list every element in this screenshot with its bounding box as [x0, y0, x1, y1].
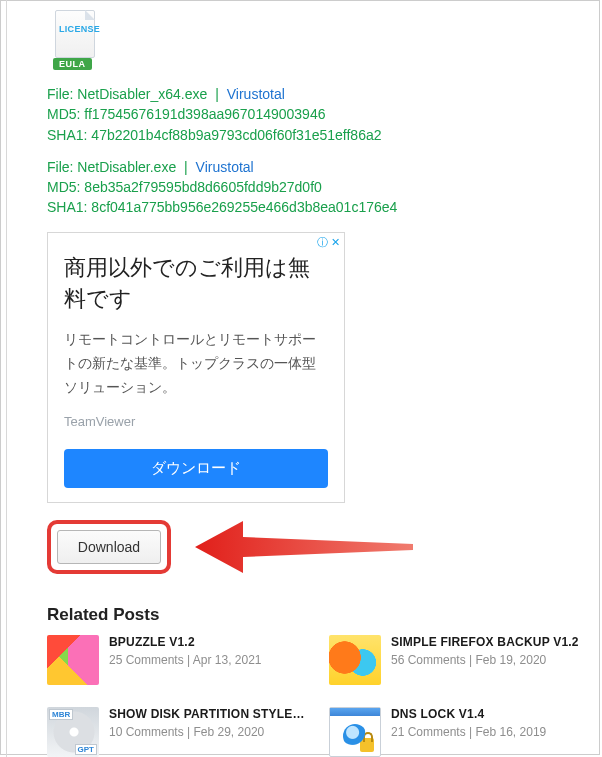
file-info-block: File: NetDisabler.exe | Virustotal MD5: … — [47, 157, 602, 218]
meta-sep: | — [184, 725, 194, 739]
sha1-value: 47b2201b4cf88b9a9793cd06f60f31e51eff86a2 — [91, 127, 381, 143]
ad-body: リモートコントロールとリモートサポートの新たな基準。トップクラスの一体型ソリュー… — [64, 328, 328, 399]
post-title: SIMPLE FIREFOX BACKUP V1.2 — [391, 635, 587, 649]
file-label: File: — [47, 86, 73, 102]
file-fold-icon — [85, 10, 95, 20]
post-thumbnail-icon — [329, 635, 381, 685]
pointer-arrow-icon — [195, 517, 415, 577]
post-title: SHOW DISK PARTITION STYLE V1.1 — [109, 707, 305, 721]
eula-badge: EULA — [53, 58, 92, 70]
virustotal-link[interactable]: Virustotal — [227, 86, 285, 102]
file-name: NetDisabler.exe — [77, 159, 176, 175]
virustotal-link[interactable]: Virustotal — [196, 159, 254, 175]
ad-headline: 商用以外でのご利用は無料です — [64, 253, 328, 315]
post-meta: 56 Comments | Feb 19, 2020 — [391, 653, 587, 667]
post-comments: 56 Comments — [391, 653, 466, 667]
sha1-value: 8cf041a775bb956e269255e466d3b8ea01c176e4 — [91, 199, 397, 215]
related-posts-heading: Related Posts — [47, 605, 602, 625]
md5-label: MD5: — [47, 106, 80, 122]
related-post-item[interactable]: SIMPLE FIREFOX BACKUP V1.2 56 Comments |… — [329, 635, 587, 685]
post-meta: 21 Comments | Feb 16, 2019 — [391, 725, 587, 739]
ad-info-icon[interactable]: ⓘ — [317, 235, 328, 250]
post-thumbnail-icon — [47, 635, 99, 685]
post-title: DNS LOCK V1.4 — [391, 707, 587, 721]
post-comments: 10 Comments — [109, 725, 184, 739]
download-highlight-box: Download — [47, 520, 171, 574]
meta-sep: | — [466, 653, 476, 667]
md5-label: MD5: — [47, 179, 80, 195]
sha1-label: SHA1: — [47, 199, 87, 215]
file-label: File: — [47, 159, 73, 175]
md5-value: 8eb35a2f79595bd8d6605fdd9b27d0f0 — [84, 179, 321, 195]
meta-sep: | — [466, 725, 476, 739]
file-info-block: File: NetDisabler_x64.exe | Virustotal M… — [47, 84, 602, 145]
post-thumbnail-icon — [329, 707, 381, 757]
ad-cta-button[interactable]: ダウンロード — [64, 449, 328, 488]
ad-container: ⓘ ✕ 商用以外でのご利用は無料です リモートコントロールとリモートサポートの新… — [47, 232, 345, 503]
file-name: NetDisabler_x64.exe — [77, 86, 207, 102]
post-date: Feb 16, 2019 — [476, 725, 547, 739]
post-meta: 10 Comments | Feb 29, 2020 — [109, 725, 305, 739]
post-date: Apr 13, 2021 — [193, 653, 262, 667]
post-comments: 21 Comments — [391, 725, 466, 739]
post-title: BPUZZLE V1.2 — [109, 635, 305, 649]
sha1-label: SHA1: — [47, 127, 87, 143]
download-button[interactable]: Download — [57, 530, 161, 564]
meta-sep: | — [184, 653, 193, 667]
related-post-item[interactable]: SHOW DISK PARTITION STYLE V1.1 10 Commen… — [47, 707, 305, 757]
post-thumbnail-icon — [47, 707, 99, 757]
separator: | — [184, 159, 188, 175]
post-date: Feb 19, 2020 — [476, 653, 547, 667]
ad-brand: TeamViewer — [64, 414, 328, 429]
post-meta: 25 Comments | Apr 13, 2021 — [109, 653, 305, 667]
post-comments: 25 Comments — [109, 653, 184, 667]
license-file-icon[interactable]: LICENSE EULA — [47, 10, 103, 72]
related-post-item[interactable]: DNS LOCK V1.4 21 Comments | Feb 16, 2019 — [329, 707, 587, 757]
lock-icon — [360, 738, 374, 752]
ad-close-icon[interactable]: ✕ — [331, 236, 340, 249]
svg-marker-0 — [195, 521, 413, 573]
separator: | — [215, 86, 219, 102]
md5-value: ff17545676191d398aa9670149003946 — [84, 106, 325, 122]
post-date: Feb 29, 2020 — [194, 725, 265, 739]
license-label: LICENSE — [59, 24, 100, 34]
related-post-item[interactable]: BPUZZLE V1.2 25 Comments | Apr 13, 2021 — [47, 635, 305, 685]
